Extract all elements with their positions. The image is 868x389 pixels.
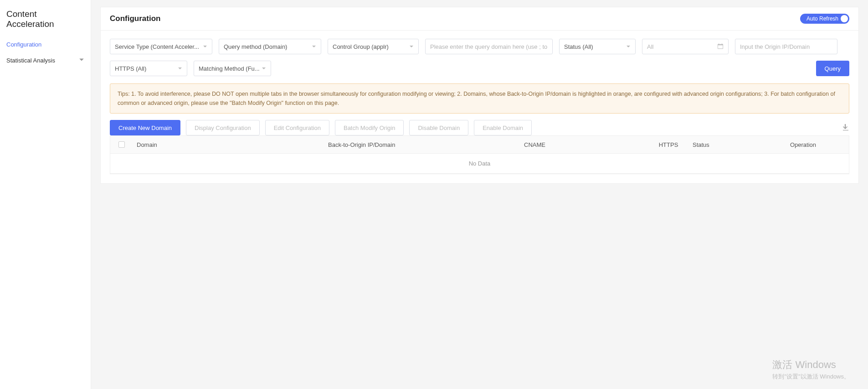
sidebar-item-configuration[interactable]: Configuration: [0, 36, 91, 52]
header-checkbox-cell: [110, 141, 133, 148]
chevron-down-icon: [178, 65, 182, 72]
filter-row-2: HTTPS (All) Matching Method (Fu... Query: [110, 61, 849, 76]
query-domain-field[interactable]: [430, 39, 548, 54]
query-domain-input[interactable]: [425, 39, 553, 54]
column-https: HTTPS: [648, 141, 689, 148]
query-button[interactable]: Query: [816, 61, 849, 76]
select-value: Control Group (applr): [333, 43, 389, 50]
chevron-down-icon: [409, 43, 414, 50]
auto-refresh-label: Auto Refresh: [806, 16, 838, 22]
filter-row-1: Service Type (Content Acceler... Query m…: [110, 39, 849, 54]
main: Configuration Auto Refresh Service Type …: [91, 0, 868, 389]
edit-configuration-button[interactable]: Edit Configuration: [265, 120, 329, 135]
page-title: Configuration: [110, 14, 160, 23]
column-status: Status: [689, 141, 757, 148]
origin-ip-field[interactable]: [740, 39, 832, 54]
chevron-down-icon: [312, 43, 316, 50]
sidebar-item-statistical-analysis[interactable]: Statistical Analysis: [0, 52, 91, 68]
date-picker[interactable]: All: [642, 39, 729, 54]
column-operation: Operation: [757, 141, 849, 148]
sidebar-title: Content Acceleration: [0, 5, 91, 36]
sidebar: Content Acceleration Configuration Stati…: [0, 0, 91, 389]
column-domain: Domain: [133, 141, 324, 148]
sidebar-item-label: Configuration: [6, 41, 41, 48]
calendar-icon: [717, 43, 724, 51]
column-origin: Back-to-Origin IP/Domain: [324, 141, 520, 148]
disable-domain-button[interactable]: Disable Domain: [409, 120, 468, 135]
sidebar-item-label: Statistical Analysis: [6, 57, 55, 64]
panel-header: Configuration Auto Refresh: [101, 7, 858, 31]
select-value: Status (All): [564, 43, 593, 50]
status-select[interactable]: Status (All): [559, 39, 636, 54]
batch-modify-origin-button[interactable]: Batch Modify Origin: [335, 120, 404, 135]
display-configuration-button[interactable]: Display Configuration: [186, 120, 260, 135]
create-new-domain-button[interactable]: Create New Domain: [110, 120, 180, 135]
https-select[interactable]: HTTPS (All): [110, 61, 187, 76]
select-value: HTTPS (All): [115, 65, 146, 72]
service-type-select[interactable]: Service Type (Content Acceler...: [110, 39, 212, 54]
select-all-checkbox[interactable]: [118, 141, 125, 148]
no-data-row: No Data: [110, 154, 849, 174]
enable-domain-button[interactable]: Enable Domain: [474, 120, 532, 135]
chevron-down-icon: [262, 65, 266, 72]
toggle-knob: [841, 15, 848, 22]
domain-table: Domain Back-to-Origin IP/Domain CNAME HT…: [110, 135, 849, 174]
tips-banner: Tips: 1. To avoid interference, please D…: [110, 83, 849, 114]
select-value: Service Type (Content Acceler...: [115, 43, 199, 50]
table-header: Domain Back-to-Origin IP/Domain CNAME HT…: [110, 135, 849, 154]
chevron-down-icon: [203, 43, 207, 50]
chevron-down-icon: [626, 43, 631, 50]
configuration-panel: Configuration Auto Refresh Service Type …: [100, 7, 859, 184]
select-value: Matching Method (Fu...: [199, 65, 260, 72]
download-icon[interactable]: [842, 124, 849, 132]
action-row: Create New Domain Display Configuration …: [110, 120, 849, 135]
column-cname: CNAME: [520, 141, 648, 148]
select-value: Query method (Domain): [224, 43, 287, 50]
date-value: All: [647, 43, 653, 50]
control-group-select[interactable]: Control Group (applr): [328, 39, 419, 54]
matching-method-select[interactable]: Matching Method (Fu...: [194, 61, 271, 76]
query-method-select[interactable]: Query method (Domain): [219, 39, 321, 54]
origin-ip-input[interactable]: [735, 39, 837, 54]
chevron-down-icon: [79, 57, 84, 64]
auto-refresh-toggle[interactable]: Auto Refresh: [800, 14, 849, 24]
